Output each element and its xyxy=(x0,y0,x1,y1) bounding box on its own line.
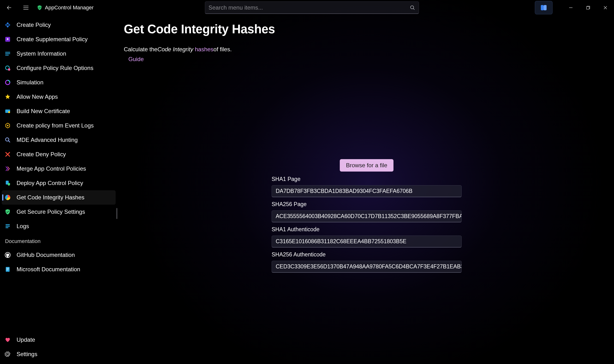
sidebar-item-microsoft-documentation[interactable]: Microsoft Documentation xyxy=(2,262,116,276)
sidebar-item-label: Microsoft Documentation xyxy=(16,266,80,273)
ring-icon xyxy=(4,79,11,86)
sidebar-item-label: Allow New Apps xyxy=(16,93,58,100)
copilot-button[interactable] xyxy=(535,1,553,14)
hash-field-label-sha256-authenticode: SHA256 Authenticode xyxy=(272,251,462,258)
sidebar-item-label: Create Deny Policy xyxy=(16,151,66,158)
minimize-button[interactable] xyxy=(562,1,579,14)
sidebar-section-documentation: Documentation xyxy=(2,234,117,248)
titlebar: AppControl Manager xyxy=(0,0,614,15)
sidebar-item-simulation[interactable]: Simulation xyxy=(2,75,116,90)
sidebar-item-label: GitHub Documentation xyxy=(16,252,75,258)
shield-check-icon xyxy=(4,208,11,215)
sidebar-item-label: Merge App Control Policies xyxy=(16,165,86,172)
svg-rect-2 xyxy=(6,22,9,25)
sidebar-item-create-policy[interactable]: Create Policy xyxy=(2,18,116,32)
sidebar-item-deploy-app-control-policy[interactable]: Deploy App Control Policy xyxy=(2,176,116,190)
app-title: AppControl Manager xyxy=(45,5,94,11)
hash-field-value-sha1-page[interactable]: DA7DB78F3FB3CBDA1D83BAD9304FC3FAEFA6706B xyxy=(272,185,462,197)
sidebar-item-create-policy-from-event-logs[interactable]: Create policy from Event Logs xyxy=(2,118,116,133)
app-identity: AppControl Manager xyxy=(35,5,95,11)
search-container xyxy=(205,1,419,14)
sidebar-item-label: Simulation xyxy=(16,79,43,86)
browse-file-button[interactable]: Browse for a file xyxy=(340,159,393,172)
arrows-merge-icon xyxy=(4,165,11,172)
sidebar-item-get-secure-policy-settings[interactable]: Get Secure Policy Settings xyxy=(2,205,116,219)
sidebar-item-label: Get Secure Policy Settings xyxy=(16,208,85,215)
sidebar-item-allow-new-apps[interactable]: Allow New Apps xyxy=(2,90,116,104)
hamburger-icon xyxy=(23,5,29,10)
sidebar-item-configure-policy-rule-options[interactable]: Configure Policy Rule Options xyxy=(2,61,116,75)
desc-suffix: of files. xyxy=(213,46,232,53)
sidebar-item-get-code-integrity-hashes[interactable]: Get Code Integrity Hashes xyxy=(2,190,116,205)
github-icon xyxy=(4,251,11,259)
hashes-link[interactable]: hashes xyxy=(195,46,213,53)
sidebar-item-system-information[interactable]: System Information xyxy=(2,47,116,61)
sparkle-plus-icon xyxy=(4,36,11,43)
copilot-icon xyxy=(540,4,548,12)
close-button[interactable] xyxy=(597,1,614,14)
hash-field-label-sha1-authenticode: SHA1 Authenticode xyxy=(272,226,462,233)
back-button[interactable] xyxy=(2,1,16,14)
hash-field-value-sha256-authenticode[interactable]: CED3C3309E3E56D1370B47A948AA9780FA5C6D4B… xyxy=(272,261,462,273)
svg-point-8 xyxy=(8,68,10,71)
sidebar-scroll-thumb[interactable] xyxy=(116,208,117,219)
minimize-icon xyxy=(569,5,573,10)
heart-icon xyxy=(4,336,11,343)
cert-card-icon xyxy=(4,108,11,115)
status-lines-icon xyxy=(4,50,11,57)
pie-icon xyxy=(4,194,11,201)
svg-point-0 xyxy=(411,6,414,9)
svg-rect-3 xyxy=(8,24,10,26)
sidebar-item-label: Create Policy xyxy=(16,22,51,28)
sidebar-item-mde-advanced-hunting[interactable]: MDE Advanced Hunting xyxy=(2,133,116,147)
svg-rect-4 xyxy=(5,24,7,26)
doc-lines-icon xyxy=(4,266,11,273)
svg-point-11 xyxy=(8,111,10,113)
svg-rect-19 xyxy=(6,267,10,272)
hash-field-value-sha256-page[interactable]: ACE3555564003B40928CA60D70C17D7B11352C3B… xyxy=(272,210,462,222)
hash-field-value-sha1-authenticode[interactable]: C3165E1016086B31182C68EEEA4BB72551803B5E xyxy=(272,235,462,247)
sidebar-item-label: Settings xyxy=(16,351,37,358)
sidebar-item-update[interactable]: Update xyxy=(2,333,116,347)
sidebar-item-label: Get Code Integrity Hashes xyxy=(16,194,84,201)
svg-point-12 xyxy=(7,125,8,126)
svg-rect-16 xyxy=(5,226,10,227)
app-shield-icon xyxy=(37,5,42,11)
search-input[interactable] xyxy=(209,4,410,11)
grid-diamond-icon xyxy=(4,21,11,28)
sidebar-item-build-new-certificate[interactable]: Build New Certificate xyxy=(2,104,116,118)
sidebar-item-merge-app-control-policies[interactable]: Merge App Control Policies xyxy=(2,161,116,176)
sidebar-item-settings[interactable]: Settings xyxy=(2,347,116,361)
main-content: Get Code Integrity Hashes Calculate the … xyxy=(119,15,614,364)
maximize-icon xyxy=(586,5,590,10)
sidebar-item-create-deny-policy[interactable]: Create Deny Policy xyxy=(2,147,116,161)
hamburger-button[interactable] xyxy=(18,1,33,14)
svg-rect-15 xyxy=(5,224,10,225)
sidebar-item-label: Build New Certificate xyxy=(16,108,70,115)
guide-link[interactable]: Guide xyxy=(128,56,144,63)
arrow-left-icon xyxy=(6,5,12,11)
sidebar-item-github-documentation[interactable]: GitHub Documentation xyxy=(2,248,116,262)
desc-italic: Code Integrity xyxy=(157,46,193,53)
svg-rect-5 xyxy=(6,25,9,27)
svg-rect-1 xyxy=(587,6,589,9)
sidebar-item-label: Create policy from Event Logs xyxy=(16,122,94,129)
sidebar-item-label: Deploy App Control Policy xyxy=(16,180,83,186)
sidebar-item-label: Create Supplemental Policy xyxy=(16,36,88,43)
close-icon xyxy=(603,5,608,10)
gear-puzzle-icon xyxy=(4,65,11,72)
sidebar-item-label: Configure Policy Rule Options xyxy=(16,65,93,71)
bars-icon xyxy=(4,223,11,230)
hash-field-label-sha256-page: SHA256 Page xyxy=(272,201,462,208)
sidebar-item-create-supplemental-policy[interactable]: Create Supplemental Policy xyxy=(2,32,116,47)
sidebar-item-label: Logs xyxy=(16,223,29,230)
sidebar-item-logs[interactable]: Logs xyxy=(2,219,116,234)
desc-prefix: Calculate the xyxy=(124,46,157,53)
star-icon xyxy=(4,93,11,100)
maximize-button[interactable] xyxy=(579,1,597,14)
page-title: Get Code Integrity Hashes xyxy=(124,22,275,36)
hex-dot-icon xyxy=(4,122,11,129)
sidebar-item-label: System Information xyxy=(16,50,66,57)
search-icon[interactable] xyxy=(410,5,415,11)
magnifier-icon xyxy=(4,136,11,143)
